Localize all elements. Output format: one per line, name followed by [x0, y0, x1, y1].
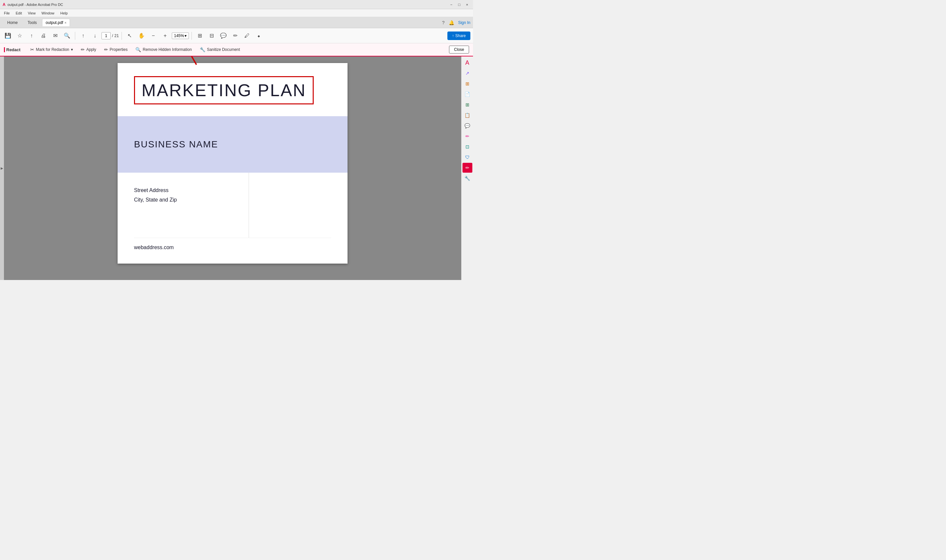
- close-button[interactable]: ×: [464, 1, 470, 8]
- measure-button[interactable]: ⊟: [206, 31, 217, 41]
- marketing-plan-redaction-box: MARKETING PLAN: [134, 76, 314, 105]
- business-name: BUSINESS NAME: [134, 139, 218, 149]
- snap-tool-button[interactable]: ⊞: [194, 31, 205, 41]
- sidebar-icon-excel[interactable]: ⊞: [462, 100, 472, 110]
- share-label: Share: [455, 34, 466, 38]
- save-button[interactable]: 💾: [3, 31, 13, 41]
- page-number-input[interactable]: 1: [102, 32, 111, 39]
- sidebar-icon-shield[interactable]: 🛡: [462, 152, 472, 162]
- remove-hidden-info-button[interactable]: 🔍 Remove Hidden Information: [132, 46, 195, 54]
- pen-button[interactable]: ✏: [230, 31, 240, 41]
- marketing-plan-section: MARKETING PLAN: [134, 76, 331, 111]
- web-section: webaddress.com: [134, 238, 331, 251]
- tab-bar: Home Tools output.pdf × ? 🔔 Sign In: [0, 17, 473, 28]
- city-state-zip: City, State and Zip: [134, 195, 249, 205]
- help-icon[interactable]: ?: [442, 20, 445, 25]
- zoom-selector[interactable]: 145% ▾: [172, 32, 189, 39]
- toolbar-separator-2: [122, 32, 122, 40]
- print-button[interactable]: 🖨: [38, 31, 49, 41]
- redact-label: Redact: [4, 47, 20, 52]
- notifications-icon[interactable]: 🔔: [449, 20, 454, 25]
- street-address: Street Address: [134, 186, 249, 195]
- page-separator: /: [112, 34, 113, 38]
- mark-redaction-icon: ✂: [30, 47, 34, 52]
- share-button[interactable]: ↑ Share: [447, 32, 470, 40]
- comment-button[interactable]: 💬: [218, 31, 229, 41]
- sidebar-icon-redact[interactable]: ✏: [462, 163, 472, 173]
- sanitize-document-button[interactable]: 🔧 Sanitize Document: [196, 46, 243, 54]
- sidebar-icon-note[interactable]: 📋: [462, 110, 472, 120]
- zoom-out-button[interactable]: −: [148, 31, 159, 41]
- menu-edit[interactable]: Edit: [13, 11, 25, 16]
- redact-toolbar: Redact ✂ Mark for Redaction ▾ ✏ Apply ✏ …: [0, 43, 473, 57]
- tab-doc-label: output.pdf: [46, 20, 63, 25]
- blue-band-section: BUSINESS NAME: [118, 116, 348, 173]
- page-navigation: 1 / 21: [102, 32, 119, 39]
- minimize-button[interactable]: −: [448, 1, 455, 8]
- pdf-page: MARKETING PLAN BUSINESS NAME Street Addr…: [118, 63, 348, 264]
- sidebar-icon-scan[interactable]: 📄: [462, 89, 472, 99]
- mark-for-redaction-button[interactable]: ✂ Mark for Redaction ▾: [27, 46, 76, 54]
- toolbar-separator-3: [191, 32, 192, 40]
- address-section: Street Address City, State and Zip: [134, 173, 331, 238]
- properties-icon: ✏: [104, 47, 108, 52]
- main-content-area: ▶ MARKETING PLAN: [0, 57, 473, 280]
- tab-home[interactable]: Home: [3, 19, 22, 26]
- total-pages: 21: [114, 34, 119, 38]
- sanitize-icon: 🔧: [200, 47, 205, 52]
- apply-label: Apply: [86, 47, 96, 52]
- right-sidebar: A ↗ ⊞ 📄 ⊞ 📋 💬 ✏ ⊡ 🛡 ✏ 🔧: [461, 57, 473, 280]
- remove-hidden-label: Remove Hidden Information: [143, 47, 191, 52]
- apply-button[interactable]: ✏ Apply: [77, 46, 100, 54]
- menu-window[interactable]: Window: [39, 11, 57, 16]
- title-bar: A output.pdf - Adobe Acrobat Pro DC − □ …: [0, 0, 473, 9]
- sidebar-icon-wrench[interactable]: 🔧: [462, 173, 472, 183]
- toolbar-separator-1: [75, 32, 75, 40]
- select-tool-button[interactable]: ↖: [125, 31, 135, 41]
- bookmark-button[interactable]: ☆: [14, 31, 25, 41]
- sidebar-icon-comment[interactable]: 💬: [462, 121, 472, 131]
- email-button[interactable]: ✉: [50, 31, 60, 41]
- svg-line-1: [183, 57, 196, 65]
- remove-hidden-icon: 🔍: [135, 47, 141, 52]
- upload-button[interactable]: ↑: [26, 31, 37, 41]
- apply-icon: ✏: [81, 47, 85, 52]
- zoom-level: 145%: [174, 34, 184, 38]
- sign-in-button[interactable]: Sign In: [458, 20, 470, 25]
- sidebar-icon-organize[interactable]: ⊞: [462, 79, 472, 89]
- zoom-in-button[interactable]: +: [160, 31, 171, 41]
- pdf-viewer[interactable]: MARKETING PLAN BUSINESS NAME Street Addr…: [4, 57, 461, 280]
- menu-bar: File Edit View Window Help: [0, 9, 473, 17]
- next-page-button[interactable]: ↓: [90, 31, 100, 41]
- menu-view[interactable]: View: [25, 11, 39, 16]
- pan-tool-button[interactable]: ✋: [136, 31, 147, 41]
- properties-button[interactable]: ✏ Properties: [101, 46, 131, 54]
- mark-redaction-dropdown: ▾: [71, 47, 73, 52]
- sidebar-icon-1[interactable]: A: [462, 58, 472, 68]
- sidebar-icon-export[interactable]: ↗: [462, 68, 472, 78]
- menu-file[interactable]: File: [1, 11, 12, 16]
- address-box: Street Address City, State and Zip: [134, 173, 249, 238]
- share-icon: ↑: [452, 34, 454, 38]
- sidebar-icon-compress[interactable]: ⊡: [462, 142, 472, 152]
- menu-help[interactable]: Help: [57, 11, 70, 16]
- web-address: webaddress.com: [134, 245, 174, 250]
- zoom-dropdown-icon: ▾: [185, 34, 186, 38]
- close-redact-button[interactable]: Close: [449, 46, 469, 54]
- sidebar-toggle[interactable]: ▶: [0, 57, 4, 280]
- highlighter-button[interactable]: 🖊: [242, 31, 252, 41]
- tab-close-button[interactable]: ×: [65, 21, 66, 25]
- mark-redaction-label: Mark for Redaction: [36, 47, 69, 52]
- stamp-button[interactable]: ⬥: [254, 31, 264, 41]
- arrow-annotation: [177, 57, 203, 67]
- marketing-plan-title: MARKETING PLAN: [142, 81, 306, 100]
- search-button[interactable]: 🔍: [62, 31, 72, 41]
- main-toolbar: 💾 ☆ ↑ 🖨 ✉ 🔍 ↑ ↓ 1 / 21 ↖ ✋ − + 145% ▾ ⊞ …: [0, 28, 473, 43]
- prev-page-button[interactable]: ↑: [78, 31, 88, 41]
- window-title: output.pdf - Adobe Acrobat Pro DC: [8, 3, 63, 6]
- tab-document[interactable]: output.pdf ×: [42, 19, 70, 26]
- maximize-button[interactable]: □: [456, 1, 462, 8]
- tab-tools[interactable]: Tools: [23, 19, 42, 26]
- sanitize-label: Sanitize Document: [207, 47, 240, 52]
- sidebar-icon-draw[interactable]: ✏: [462, 131, 472, 141]
